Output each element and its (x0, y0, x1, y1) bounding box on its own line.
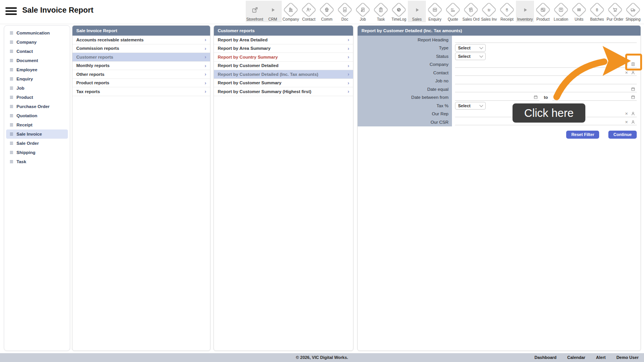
clear-icon[interactable]: × (625, 120, 628, 124)
footer-link-demo-user[interactable]: Demo User (616, 353, 639, 362)
sidebar-item-contact[interactable]: Contact (6, 47, 68, 56)
field-label-status: Status (358, 52, 452, 61)
clear-icon[interactable]: × (625, 62, 628, 67)
clear-icon[interactable]: × (625, 111, 628, 116)
sidebar-item-communication[interactable]: Communication (6, 28, 68, 38)
list-item-report-by-customer-summary-highest-first[interactable]: Report by Customer Summary (Highest firs… (214, 87, 353, 96)
chevron-right-icon: › (205, 54, 206, 59)
list-item-tax-reports[interactable]: Tax reports› (72, 87, 210, 96)
continue-button[interactable]: Continue (608, 131, 637, 139)
doc-chart-icon (339, 3, 350, 17)
toolbar-item-inventory[interactable]: Inventory (516, 1, 534, 22)
date-equal-input[interactable] (455, 86, 637, 92)
our-rep-input[interactable]: × (455, 111, 637, 117)
chevron-right-icon: › (348, 54, 349, 59)
footer-bar: © 2026, VIC Digital Works. DashboardCale… (0, 353, 644, 362)
status-select[interactable]: Select (455, 52, 486, 60)
si-icon: Si (483, 3, 495, 17)
toolbar-item-enquiry[interactable]: Enquiry (426, 1, 444, 22)
menu-icon[interactable] (5, 7, 17, 15)
sidebar-item-employee[interactable]: Employee (6, 65, 68, 74)
toolbar-item-label: Location (554, 17, 568, 21)
list-item-monthly-reports[interactable]: Monthly reports› (72, 62, 210, 70)
footer-link-dashboard[interactable]: Dashboard (534, 353, 556, 362)
footer-link-alert[interactable]: Alert (596, 353, 606, 362)
date-between-from-to-input[interactable] (552, 94, 637, 101)
date-between-from-from-input[interactable] (455, 94, 539, 101)
list-item-customer-reports[interactable]: Customer reports› (72, 53, 210, 62)
list-item-other-reports[interactable]: Other reports› (72, 70, 210, 79)
clear-icon[interactable]: × (625, 70, 628, 75)
sidebar-item-task[interactable]: Task (6, 157, 68, 166)
toolbar-item-sales-inv[interactable]: SiSales Inv (480, 1, 498, 22)
top-bar: Sale Invoice Report StorefrontCRMCompany… (0, 0, 644, 24)
sidebar-item-company[interactable]: Company (6, 38, 68, 47)
list-item-report-by-customer-summary[interactable]: Report by Customer Summary› (214, 79, 353, 88)
toolbar-item-sales[interactable]: Sales (408, 1, 426, 22)
toolbar-item-job[interactable]: Job (354, 1, 372, 22)
list-icon (9, 132, 14, 136)
toolbar-item-timelog[interactable]: TimeLog (390, 1, 408, 22)
toolbar-item-shipping[interactable]: Shipping (624, 1, 642, 22)
toolbar-item-receipt[interactable]: RReceipt (498, 1, 516, 22)
form-row-job-no: Job no (358, 77, 641, 85)
toolbar-item-units[interactable]: Units (570, 1, 588, 22)
toolbar-item-quote[interactable]: Quote (444, 1, 462, 22)
person-picker-icon[interactable] (631, 120, 636, 124)
list-item-report-by-area-detailed[interactable]: Report by Area Detailed› (214, 36, 353, 44)
sidebar-item-product[interactable]: Product (6, 93, 68, 102)
chevron-down-icon (480, 46, 483, 49)
sidebar-item-job[interactable]: Job (6, 84, 68, 93)
calendar-icon[interactable] (631, 87, 636, 92)
sidebar-item-enquiry[interactable]: Enquiry (6, 74, 68, 84)
toolbar-item-label: Task (377, 17, 385, 21)
toolbar-item-location[interactable]: Location (552, 1, 570, 22)
list-item-report-by-customer-detailed-inc-tax-amounts[interactable]: Report by Customer Detailed (Inc. Tax am… (214, 70, 353, 79)
toolbar-item-contact[interactable]: Contact (300, 1, 318, 22)
toolbar-item-storefront[interactable]: Storefront (246, 1, 264, 22)
job-no-input[interactable] (455, 78, 637, 84)
sidebar-item-receipt[interactable]: Receipt (6, 120, 68, 129)
list-item-report-by-area-summary[interactable]: Report by Area Summary› (214, 44, 353, 53)
calendar-icon[interactable] (631, 95, 636, 100)
reset-filter-button[interactable]: Reset Filter (566, 131, 599, 139)
list-item-label: Commission reports (76, 46, 119, 51)
list-item-product-reports[interactable]: Product reports› (72, 79, 210, 88)
report-heading-input[interactable] (455, 36, 637, 43)
our-csr-input[interactable]: × (455, 119, 637, 125)
toolbar-item-crm[interactable]: CRM (264, 1, 282, 22)
contact-input[interactable]: × (455, 69, 637, 76)
toolbar-item-company[interactable]: Company (282, 1, 300, 22)
sidebar-item-purchase-order[interactable]: Purchase Order (6, 102, 68, 111)
app-window: Sale Invoice Report StorefrontCRMCompany… (0, 0, 644, 362)
sidebar-item-shipping[interactable]: Shipping (6, 148, 68, 157)
tax-select[interactable]: Select (455, 102, 486, 110)
list-item-report-by-customer-detailed[interactable]: Report by Customer Detailed› (214, 62, 353, 70)
list-item-accounts-receivable-statements[interactable]: Accounts receivable statements› (72, 36, 210, 44)
list-item-label: Accounts receivable statements (76, 38, 144, 42)
toolbar-item-product[interactable]: Product (534, 1, 552, 22)
person-picker-icon[interactable] (631, 111, 636, 116)
footer-link-calendar[interactable]: Calendar (567, 353, 585, 362)
sidebar-item-quotation[interactable]: Quotation (6, 111, 68, 120)
sidebar-item-sale-invoice[interactable]: Sale Invoice (6, 129, 68, 139)
sidebar-item-label: Quotation (16, 113, 37, 118)
toolbar-item-task[interactable]: Task (372, 1, 390, 22)
calendar-icon[interactable] (533, 95, 538, 100)
toolbar-item-pur-order[interactable]: Pur Order (606, 1, 624, 22)
list-item-commission-reports[interactable]: Commission reports› (72, 44, 210, 53)
sidebar-item-sale-order[interactable]: Sale Order (6, 139, 68, 148)
toolbar-item-doc[interactable]: Doc (336, 1, 354, 22)
sidebar-item-document[interactable]: Document (6, 56, 68, 65)
company-picker-icon[interactable] (631, 62, 636, 67)
toolbar-item-comm[interactable]: Comm (318, 1, 336, 22)
filter-form: Report HeadingTypeSelectStatusSelectComp… (358, 36, 641, 126)
toolbar-item-sales-ord[interactable]: Sales Ord (462, 1, 480, 22)
select-value: Select (458, 54, 470, 59)
company-input[interactable]: × (455, 61, 637, 68)
type-select[interactable]: Select (455, 44, 486, 52)
sidebar-item-label: Document (16, 58, 38, 63)
list-item-report-by-country-summary[interactable]: Report by Country Summary› (214, 53, 353, 62)
person-picker-icon[interactable] (631, 70, 636, 75)
toolbar-item-batches[interactable]: BBatches (588, 1, 606, 22)
